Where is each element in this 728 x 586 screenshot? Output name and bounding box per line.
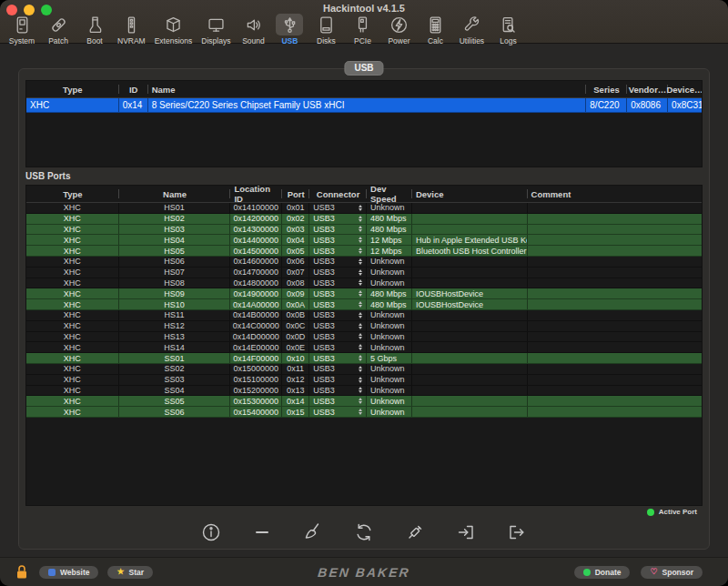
cell-connector[interactable]: USB3: [309, 342, 367, 352]
toolbar-item-logs[interactable]: Logs: [490, 14, 526, 45]
port-row[interactable]: XHCHS120x14C000000x0CUSB3Unknown: [26, 321, 702, 332]
clean-button[interactable]: [301, 521, 325, 545]
port-row[interactable]: XHCHS090x149000000x09USB3480 MbpsIOUSBHo…: [26, 288, 702, 299]
column-header[interactable]: Type: [26, 186, 119, 202]
cell-connector[interactable]: USB3: [309, 321, 367, 331]
port-row[interactable]: XHCHS100x14A000000x0AUSB3480 MbpsIOUSBHo…: [26, 299, 702, 310]
connector-stepper[interactable]: [359, 205, 362, 211]
cell-port: 0x0C: [282, 321, 309, 331]
connector-stepper[interactable]: [359, 377, 362, 383]
toolbar-item-system[interactable]: System: [4, 14, 40, 45]
column-header[interactable]: Port: [282, 186, 309, 202]
port-row[interactable]: XHCHS010x141000000x01USB3Unknown: [26, 203, 702, 214]
connector-stepper[interactable]: [359, 387, 362, 393]
port-row[interactable]: XHCHS140x14E000000x0EUSB3Unknown: [26, 342, 702, 353]
cell-connector[interactable]: USB3: [309, 268, 367, 278]
cell-connector[interactable]: USB3: [309, 257, 367, 267]
controller-row[interactable]: XHC0x148 Series/C220 Series Chipset Fami…: [26, 98, 702, 113]
cell-connector[interactable]: USB3: [309, 225, 367, 235]
tab-usb[interactable]: USB: [344, 61, 383, 76]
column-header[interactable]: Vendor…: [627, 81, 668, 97]
port-row[interactable]: XHCSS020x150000000x11USB3Unknown: [26, 364, 702, 375]
cell-connector[interactable]: USB3: [309, 235, 367, 245]
cell-connector[interactable]: USB3: [309, 278, 367, 288]
column-header[interactable]: Device: [412, 186, 528, 202]
cell-connector[interactable]: USB3: [309, 214, 367, 224]
connector-stepper[interactable]: [359, 409, 362, 415]
toolbar-item-pcie[interactable]: PCIe: [344, 14, 380, 45]
toolbar-item-sound[interactable]: Sound: [235, 14, 271, 45]
connector-stepper[interactable]: [359, 323, 362, 329]
connector-stepper[interactable]: [359, 301, 362, 308]
toolbar-item-usb[interactable]: USB: [271, 14, 308, 45]
connector-stepper[interactable]: [359, 258, 362, 265]
port-row[interactable]: XHCHS030x143000000x03USB3480 Mbps: [26, 225, 702, 236]
connector-stepper[interactable]: [359, 333, 362, 339]
port-row[interactable]: XHCHS040x144000000x04USB312 MbpsHub in A…: [26, 235, 702, 246]
port-row[interactable]: XHCSS040x152000000x13USB3Unknown: [26, 386, 702, 397]
inject-button[interactable]: [403, 521, 427, 545]
column-header[interactable]: Name: [148, 81, 586, 97]
connector-stepper[interactable]: [359, 366, 362, 372]
toolbar-item-patch[interactable]: Patch: [40, 14, 76, 45]
toolbar-item-calc[interactable]: Calc: [417, 14, 453, 45]
cell-connector[interactable]: USB3: [309, 332, 367, 342]
connector-stepper[interactable]: [359, 269, 362, 276]
cell-type: XHC: [26, 235, 119, 245]
connector-stepper[interactable]: [359, 312, 362, 318]
cell-connector[interactable]: USB3: [309, 246, 367, 256]
connector-stepper[interactable]: [359, 290, 362, 297]
cell-connector[interactable]: USB3: [309, 407, 367, 417]
port-row[interactable]: XHCHS070x147000000x07USB3Unknown: [26, 268, 702, 278]
column-header[interactable]: Type: [26, 81, 119, 97]
port-row[interactable]: XHCHS020x142000000x02USB3480 Mbps: [26, 214, 702, 225]
import-button[interactable]: [454, 521, 478, 545]
remove-button[interactable]: [250, 521, 274, 545]
column-header[interactable]: ID: [119, 81, 148, 97]
column-header[interactable]: Series: [586, 81, 627, 97]
cell-connector[interactable]: USB3: [309, 396, 367, 406]
refresh-button[interactable]: [352, 521, 376, 545]
connector-stepper[interactable]: [359, 248, 362, 254]
port-row[interactable]: XHCHS060x146000000x06USB3Unknown: [26, 257, 702, 268]
port-row[interactable]: XHCSS060x154000000x15USB3Unknown: [26, 407, 702, 418]
port-row[interactable]: XHCHS110x14B000000x0BUSB3Unknown: [26, 310, 702, 321]
cell-connector[interactable]: USB3: [309, 310, 367, 320]
port-row[interactable]: XHCSS030x151000000x12USB3Unknown: [26, 375, 702, 386]
toolbar-item-extensions[interactable]: Extensions: [150, 14, 197, 45]
column-header[interactable]: Name: [119, 186, 231, 202]
export-button[interactable]: [505, 521, 529, 545]
cell-connector[interactable]: USB3: [309, 386, 367, 396]
column-header[interactable]: Dev Speed: [367, 186, 412, 202]
cell-connector[interactable]: USB3: [309, 353, 367, 363]
toolbar-item-boot[interactable]: Boot: [76, 14, 113, 45]
toolbar-item-displays[interactable]: Displays: [197, 14, 235, 45]
connector-stepper[interactable]: [359, 344, 362, 350]
connector-stepper[interactable]: [359, 279, 362, 286]
port-row[interactable]: XHCSS050x153000000x14USB3Unknown: [26, 396, 702, 407]
cell-connector[interactable]: USB3: [309, 364, 367, 374]
column-header[interactable]: Location ID: [230, 186, 282, 202]
port-row[interactable]: XHCHS080x148000000x08USB3Unknown: [26, 278, 702, 289]
port-row[interactable]: XHCHS050x145000000x05USB312 MbpsBluetoot…: [26, 246, 702, 257]
column-header[interactable]: Device…: [668, 81, 702, 97]
port-row[interactable]: XHCSS010x14F000000x10USB35 Gbps: [26, 353, 702, 364]
toolbar-item-utilities[interactable]: Utilities: [453, 14, 490, 45]
connector-stepper[interactable]: [359, 226, 362, 232]
info-button[interactable]: [199, 521, 223, 545]
toolbar-item-nvram[interactable]: NVRAM: [113, 14, 150, 45]
toolbar-item-power[interactable]: Power: [380, 14, 417, 45]
cell-connector[interactable]: USB3: [309, 288, 367, 298]
connector-stepper[interactable]: [359, 355, 362, 361]
cell-connector[interactable]: USB3: [309, 375, 367, 385]
port-row[interactable]: XHCHS130x14D000000x0DUSB3Unknown: [26, 332, 702, 343]
connector-stepper[interactable]: [359, 398, 362, 404]
cell-connector[interactable]: USB3: [309, 299, 367, 309]
cell-connector[interactable]: USB3: [309, 203, 367, 213]
toolbar-item-disks[interactable]: Disks: [308, 14, 344, 45]
cell-comment: [528, 288, 702, 298]
column-header[interactable]: Comment: [528, 186, 702, 202]
connector-stepper[interactable]: [359, 216, 362, 222]
column-header[interactable]: Connector: [309, 186, 367, 202]
connector-stepper[interactable]: [359, 237, 362, 243]
